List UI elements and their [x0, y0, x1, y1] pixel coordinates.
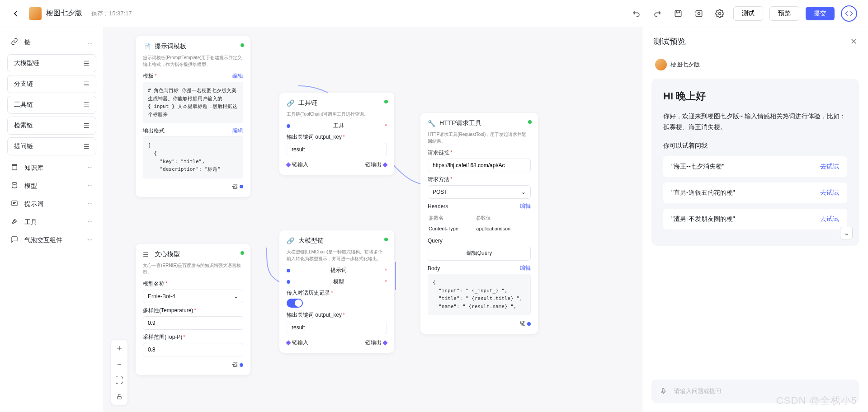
submit-button[interactable]: 提交: [806, 7, 835, 20]
link-icon: 🔗: [287, 99, 295, 107]
chevron-down-icon: ﹀: [87, 183, 93, 190]
canvas-toolbar: ＋ － ⛶: [111, 340, 127, 405]
close-button[interactable]: ✕: [850, 37, 857, 47]
suggestion-2[interactable]: "直男-送很丑的花的梗"去试试: [663, 183, 847, 203]
back-button[interactable]: [11, 8, 22, 19]
menu-icon: ☰: [84, 101, 90, 108]
menu-icon: ☰: [84, 122, 90, 129]
port-chain-out[interactable]: [382, 162, 387, 167]
outkey-input[interactable]: [287, 321, 387, 334]
menu-icon: ☰: [84, 60, 90, 67]
model-icon: [11, 182, 20, 191]
port-out[interactable]: [240, 363, 243, 367]
node-prompt-template[interactable]: 📄提示词模板 提示词模板(PromptTemplate)用于创建提示并定义输出格…: [136, 36, 250, 197]
sidebar-item-branch-chain[interactable]: 分支链☰: [7, 75, 96, 93]
chat-bubble: HI 晚上好 你好，欢迎来到梗图七夕版~ 输入情感相关热词进行体验，比如：孤寡梗…: [651, 79, 859, 246]
plugin-button[interactable]: [692, 6, 706, 21]
node-http-tool[interactable]: 🔧HTTP请求工具 HTTP请求工具(RequestTool)，用于发起请求并返…: [420, 113, 538, 334]
port-out[interactable]: [527, 322, 531, 326]
headers-table: 参数名参数值 Content-Typeapplication/json: [428, 212, 531, 234]
url-input[interactable]: [428, 159, 531, 172]
suggestion-1[interactable]: "海王--七夕消失梗"去试试: [663, 156, 847, 177]
node-wenxin-model[interactable]: ☰文心模型 文心一言(ERNIE)是百度发布的知识增强大语言模型。 模型名称* …: [136, 244, 250, 375]
status-dot: [241, 43, 244, 47]
wrench-icon: [11, 218, 20, 227]
chat-input-bar: 请输入问题或提问: [651, 379, 859, 403]
settings-button[interactable]: [712, 6, 727, 21]
sidebar-model[interactable]: 模型﹀: [7, 177, 96, 195]
menu-icon: ☰: [84, 80, 90, 88]
topp-input[interactable]: [143, 343, 243, 356]
port-chain-out[interactable]: [382, 340, 387, 345]
port-out[interactable]: [240, 185, 243, 188]
book-icon: [11, 164, 20, 173]
body-code: { "input": " {_input_} ", "title": " {re…: [428, 274, 531, 315]
prompt-icon: [11, 200, 20, 209]
preview-panel: 测试预览 ✕ 梗图七夕版 HI 晚上好 你好，欢迎来到梗图七夕版~ 输入情感相关…: [642, 27, 868, 412]
suggestion-3[interactable]: "渣男-不发朋友圈的梗"去试试: [663, 209, 847, 229]
port-in-tool[interactable]: [287, 124, 290, 128]
chevron-down-icon: ⌄: [234, 293, 238, 300]
edit-output-link[interactable]: 编辑: [232, 127, 243, 135]
bot-name: 梗图七夕版: [670, 61, 700, 69]
scroll-down-button[interactable]: ⌄: [840, 227, 853, 239]
svg-rect-6: [118, 396, 121, 399]
model-name-select[interactable]: Ernie-Bot-4⌄: [143, 290, 243, 303]
chevron-down-icon: ﹀: [87, 164, 93, 172]
sidebar-item-llm-chain[interactable]: 大模型链☰: [7, 54, 96, 72]
sidebar: 链 ︿ 大模型链☰ 分支链☰ 工具链☰ 检索链☰ 提问链☰ 知识库﹀ 模型﹀ 提…: [0, 27, 104, 412]
method-select[interactable]: POST⌄: [428, 185, 531, 199]
edit-headers-link[interactable]: 编辑: [520, 202, 531, 210]
model-icon: ☰: [143, 251, 151, 258]
sidebar-chain-header[interactable]: 链 ︿: [7, 33, 96, 52]
node-llm-chain[interactable]: 🔗大模型链 大模型链(LLMChain)是一种链式结构。它将多个输入转化为模型提…: [279, 230, 394, 353]
chat-input[interactable]: 请输入问题或提问: [674, 387, 854, 395]
port-in-prompt[interactable]: [287, 269, 290, 272]
greeting: HI 晚上好: [663, 89, 847, 103]
outkey-input[interactable]: [287, 143, 387, 156]
lock-button[interactable]: [111, 389, 127, 405]
temperature-input[interactable]: [143, 316, 243, 330]
suggest-label: 你可以试着问我: [663, 142, 847, 150]
preview-button[interactable]: 预览: [769, 6, 799, 21]
try-link[interactable]: 去试试: [820, 189, 839, 197]
status-dot: [384, 238, 388, 241]
sidebar-tool[interactable]: 工具﹀: [7, 213, 96, 231]
status-dot: [384, 100, 388, 103]
history-toggle[interactable]: [287, 299, 303, 308]
node-tool-chain[interactable]: 🔗工具链 工具链(ToolChain)可调用工具进行查询。 工具* 输出关键词 …: [279, 93, 394, 175]
bot-avatar: [655, 59, 667, 70]
fullscreen-button[interactable]: ⛶: [111, 372, 127, 389]
sidebar-prompt[interactable]: 提示词﹀: [7, 195, 96, 213]
zoom-in-button[interactable]: ＋: [111, 340, 127, 356]
chevron-down-icon: ﹀: [87, 201, 93, 208]
try-link[interactable]: 去试试: [820, 163, 839, 171]
sidebar-item-tool-chain[interactable]: 工具链☰: [7, 96, 96, 114]
svg-rect-7: [662, 389, 664, 392]
test-button[interactable]: 测试: [733, 6, 763, 21]
port-chain-in[interactable]: [286, 340, 291, 345]
canvas[interactable]: 📄提示词模板 提示词模板(PromptTemplate)用于创建提示并定义输出格…: [104, 27, 642, 412]
edit-query-button[interactable]: 编辑Query: [428, 246, 531, 261]
try-link[interactable]: 去试试: [820, 215, 839, 223]
sidebar-knowledge[interactable]: 知识库﹀: [7, 159, 96, 177]
chevron-down-icon: ﹀: [87, 219, 93, 226]
chevron-down-icon: ⌄: [521, 189, 526, 195]
chevron-down-icon: ﹀: [87, 237, 93, 244]
link-icon: [11, 38, 20, 47]
sidebar-item-question-chain[interactable]: 提问链☰: [7, 137, 96, 155]
zoom-out-button[interactable]: －: [111, 356, 127, 372]
save-button[interactable]: [671, 6, 685, 21]
port-chain-in[interactable]: [286, 162, 291, 167]
redo-button[interactable]: [650, 6, 665, 21]
edit-body-link[interactable]: 编辑: [520, 264, 531, 272]
chevron-up-icon: ︿: [87, 39, 93, 47]
port-in-model[interactable]: [287, 280, 290, 284]
sidebar-item-retrieval-chain[interactable]: 检索链☰: [7, 117, 96, 135]
mic-button[interactable]: [657, 385, 670, 398]
edit-template-link[interactable]: 编辑: [232, 72, 243, 80]
sidebar-bubble[interactable]: 气泡交互组件﹀: [7, 231, 96, 249]
save-status: 保存于15:37:17: [91, 9, 132, 18]
code-button[interactable]: [841, 5, 857, 22]
undo-button[interactable]: [629, 6, 644, 21]
